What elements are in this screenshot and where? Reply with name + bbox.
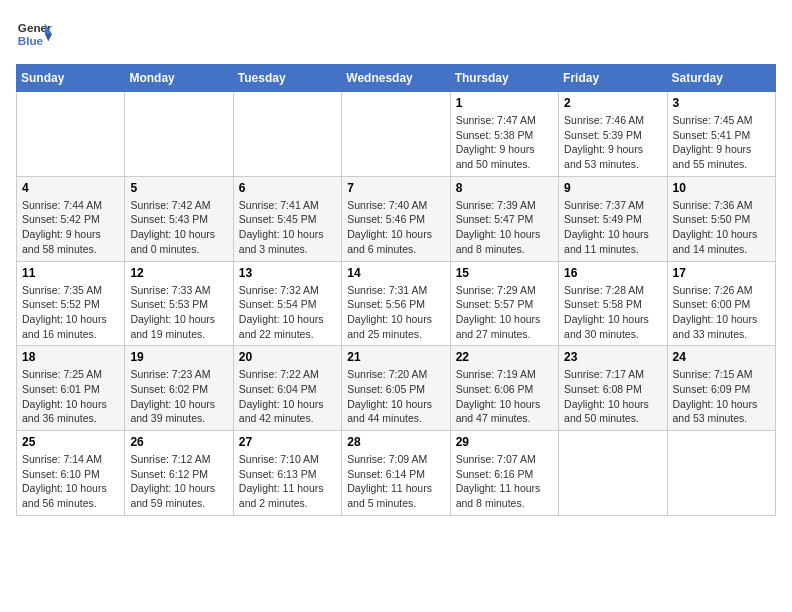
day-info: Sunrise: 7:26 AMSunset: 6:00 PMDaylight:… [673, 283, 770, 342]
calendar-cell: 5Sunrise: 7:42 AMSunset: 5:43 PMDaylight… [125, 176, 233, 261]
day-info: Sunrise: 7:31 AMSunset: 5:56 PMDaylight:… [347, 283, 444, 342]
day-number: 17 [673, 266, 770, 280]
calendar-cell: 4Sunrise: 7:44 AMSunset: 5:42 PMDaylight… [17, 176, 125, 261]
calendar-cell: 25Sunrise: 7:14 AMSunset: 6:10 PMDayligh… [17, 431, 125, 516]
day-number: 8 [456, 181, 553, 195]
calendar-week-row: 18Sunrise: 7:25 AMSunset: 6:01 PMDayligh… [17, 346, 776, 431]
day-number: 6 [239, 181, 336, 195]
calendar-cell: 21Sunrise: 7:20 AMSunset: 6:05 PMDayligh… [342, 346, 450, 431]
day-number: 18 [22, 350, 119, 364]
day-number: 25 [22, 435, 119, 449]
calendar-cell [559, 431, 667, 516]
svg-text:Blue: Blue [18, 34, 44, 47]
day-info: Sunrise: 7:10 AMSunset: 6:13 PMDaylight:… [239, 452, 336, 511]
day-number: 13 [239, 266, 336, 280]
day-header-sunday: Sunday [17, 65, 125, 92]
day-header-thursday: Thursday [450, 65, 558, 92]
calendar-cell: 15Sunrise: 7:29 AMSunset: 5:57 PMDayligh… [450, 261, 558, 346]
day-header-tuesday: Tuesday [233, 65, 341, 92]
day-number: 29 [456, 435, 553, 449]
calendar-cell: 11Sunrise: 7:35 AMSunset: 5:52 PMDayligh… [17, 261, 125, 346]
day-number: 19 [130, 350, 227, 364]
day-info: Sunrise: 7:41 AMSunset: 5:45 PMDaylight:… [239, 198, 336, 257]
day-number: 20 [239, 350, 336, 364]
svg-marker-3 [45, 34, 52, 41]
day-number: 1 [456, 96, 553, 110]
day-info: Sunrise: 7:44 AMSunset: 5:42 PMDaylight:… [22, 198, 119, 257]
calendar-cell: 6Sunrise: 7:41 AMSunset: 5:45 PMDaylight… [233, 176, 341, 261]
logo: General Blue [16, 16, 56, 52]
day-number: 9 [564, 181, 661, 195]
calendar-cell: 17Sunrise: 7:26 AMSunset: 6:00 PMDayligh… [667, 261, 775, 346]
calendar-week-row: 11Sunrise: 7:35 AMSunset: 5:52 PMDayligh… [17, 261, 776, 346]
day-number: 12 [130, 266, 227, 280]
calendar-cell: 12Sunrise: 7:33 AMSunset: 5:53 PMDayligh… [125, 261, 233, 346]
calendar-cell: 16Sunrise: 7:28 AMSunset: 5:58 PMDayligh… [559, 261, 667, 346]
day-info: Sunrise: 7:33 AMSunset: 5:53 PMDaylight:… [130, 283, 227, 342]
day-number: 16 [564, 266, 661, 280]
calendar-week-row: 4Sunrise: 7:44 AMSunset: 5:42 PMDaylight… [17, 176, 776, 261]
calendar-cell: 26Sunrise: 7:12 AMSunset: 6:12 PMDayligh… [125, 431, 233, 516]
day-info: Sunrise: 7:40 AMSunset: 5:46 PMDaylight:… [347, 198, 444, 257]
calendar-header-row: SundayMondayTuesdayWednesdayThursdayFrid… [17, 65, 776, 92]
calendar-cell: 2Sunrise: 7:46 AMSunset: 5:39 PMDaylight… [559, 92, 667, 177]
calendar-week-row: 25Sunrise: 7:14 AMSunset: 6:10 PMDayligh… [17, 431, 776, 516]
day-number: 15 [456, 266, 553, 280]
day-info: Sunrise: 7:14 AMSunset: 6:10 PMDaylight:… [22, 452, 119, 511]
day-number: 10 [673, 181, 770, 195]
day-info: Sunrise: 7:09 AMSunset: 6:14 PMDaylight:… [347, 452, 444, 511]
day-info: Sunrise: 7:45 AMSunset: 5:41 PMDaylight:… [673, 113, 770, 172]
calendar-cell: 8Sunrise: 7:39 AMSunset: 5:47 PMDaylight… [450, 176, 558, 261]
calendar-cell: 22Sunrise: 7:19 AMSunset: 6:06 PMDayligh… [450, 346, 558, 431]
calendar-cell: 23Sunrise: 7:17 AMSunset: 6:08 PMDayligh… [559, 346, 667, 431]
calendar-cell [233, 92, 341, 177]
calendar-cell: 14Sunrise: 7:31 AMSunset: 5:56 PMDayligh… [342, 261, 450, 346]
day-number: 24 [673, 350, 770, 364]
day-info: Sunrise: 7:42 AMSunset: 5:43 PMDaylight:… [130, 198, 227, 257]
day-header-friday: Friday [559, 65, 667, 92]
calendar-cell: 29Sunrise: 7:07 AMSunset: 6:16 PMDayligh… [450, 431, 558, 516]
day-info: Sunrise: 7:46 AMSunset: 5:39 PMDaylight:… [564, 113, 661, 172]
day-number: 22 [456, 350, 553, 364]
day-header-wednesday: Wednesday [342, 65, 450, 92]
calendar-week-row: 1Sunrise: 7:47 AMSunset: 5:38 PMDaylight… [17, 92, 776, 177]
calendar-cell: 27Sunrise: 7:10 AMSunset: 6:13 PMDayligh… [233, 431, 341, 516]
calendar-cell: 13Sunrise: 7:32 AMSunset: 5:54 PMDayligh… [233, 261, 341, 346]
calendar-cell: 9Sunrise: 7:37 AMSunset: 5:49 PMDaylight… [559, 176, 667, 261]
calendar-cell: 20Sunrise: 7:22 AMSunset: 6:04 PMDayligh… [233, 346, 341, 431]
calendar-cell: 19Sunrise: 7:23 AMSunset: 6:02 PMDayligh… [125, 346, 233, 431]
day-header-monday: Monday [125, 65, 233, 92]
page-header: General Blue [16, 16, 776, 52]
day-info: Sunrise: 7:32 AMSunset: 5:54 PMDaylight:… [239, 283, 336, 342]
day-info: Sunrise: 7:47 AMSunset: 5:38 PMDaylight:… [456, 113, 553, 172]
calendar-cell: 24Sunrise: 7:15 AMSunset: 6:09 PMDayligh… [667, 346, 775, 431]
day-number: 14 [347, 266, 444, 280]
logo-icon: General Blue [16, 16, 52, 52]
day-number: 23 [564, 350, 661, 364]
day-number: 5 [130, 181, 227, 195]
day-number: 28 [347, 435, 444, 449]
day-info: Sunrise: 7:35 AMSunset: 5:52 PMDaylight:… [22, 283, 119, 342]
day-number: 7 [347, 181, 444, 195]
day-number: 21 [347, 350, 444, 364]
day-number: 4 [22, 181, 119, 195]
day-info: Sunrise: 7:29 AMSunset: 5:57 PMDaylight:… [456, 283, 553, 342]
day-number: 2 [564, 96, 661, 110]
day-info: Sunrise: 7:37 AMSunset: 5:49 PMDaylight:… [564, 198, 661, 257]
calendar-cell [667, 431, 775, 516]
day-info: Sunrise: 7:20 AMSunset: 6:05 PMDaylight:… [347, 367, 444, 426]
day-number: 3 [673, 96, 770, 110]
calendar-cell: 7Sunrise: 7:40 AMSunset: 5:46 PMDaylight… [342, 176, 450, 261]
day-info: Sunrise: 7:15 AMSunset: 6:09 PMDaylight:… [673, 367, 770, 426]
day-info: Sunrise: 7:25 AMSunset: 6:01 PMDaylight:… [22, 367, 119, 426]
day-info: Sunrise: 7:19 AMSunset: 6:06 PMDaylight:… [456, 367, 553, 426]
day-info: Sunrise: 7:22 AMSunset: 6:04 PMDaylight:… [239, 367, 336, 426]
day-info: Sunrise: 7:23 AMSunset: 6:02 PMDaylight:… [130, 367, 227, 426]
calendar-cell: 1Sunrise: 7:47 AMSunset: 5:38 PMDaylight… [450, 92, 558, 177]
day-info: Sunrise: 7:39 AMSunset: 5:47 PMDaylight:… [456, 198, 553, 257]
day-info: Sunrise: 7:36 AMSunset: 5:50 PMDaylight:… [673, 198, 770, 257]
calendar-cell [342, 92, 450, 177]
calendar-cell: 10Sunrise: 7:36 AMSunset: 5:50 PMDayligh… [667, 176, 775, 261]
calendar-table: SundayMondayTuesdayWednesdayThursdayFrid… [16, 64, 776, 516]
day-number: 26 [130, 435, 227, 449]
